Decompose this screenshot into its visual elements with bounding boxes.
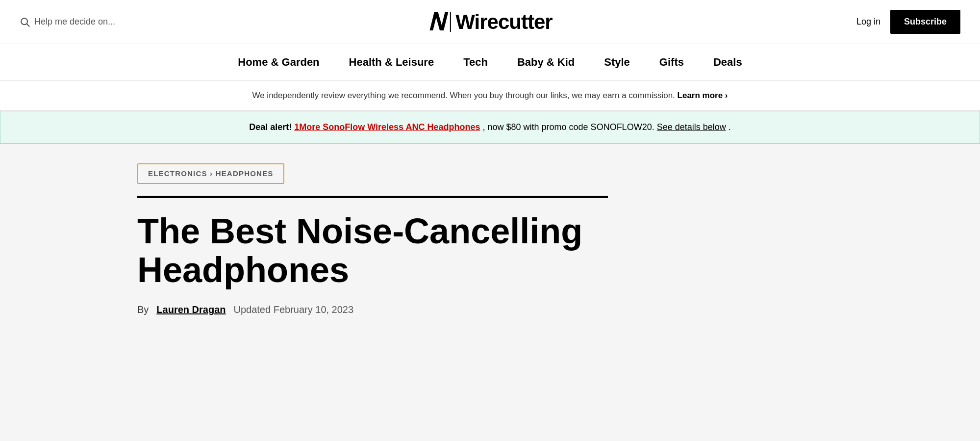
article-title: The Best Noise-Cancelling Headphones xyxy=(137,212,608,289)
search-placeholder-text: Help me decide on... xyxy=(34,17,115,27)
svg-point-0 xyxy=(21,18,27,25)
header-actions: Log in Subscribe xyxy=(856,10,960,34)
deal-alert-text: , now $80 with promo code SONOFLOW20. xyxy=(483,122,654,132)
search-bar[interactable]: Help me decide on... xyxy=(20,17,115,27)
site-header: Help me decide on... 𝖭 Wirecutter Log in… xyxy=(0,0,980,44)
author-link[interactable]: Lauren Dragan xyxy=(156,304,226,315)
site-logo[interactable]: 𝖭 Wirecutter xyxy=(427,8,552,36)
deal-alert-banner: Deal alert! 1More SonoFlow Wireless ANC … xyxy=(0,111,980,144)
nav-item-deals[interactable]: Deals xyxy=(713,56,742,69)
nav-item-health-leisure[interactable]: Health & Leisure xyxy=(349,56,434,69)
login-button[interactable]: Log in xyxy=(856,17,880,27)
wirecutter-brand-name: Wirecutter xyxy=(455,10,552,34)
deal-product-link[interactable]: 1More SonoFlow Wireless ANC Headphones xyxy=(294,122,480,132)
learn-more-link[interactable]: Learn more › xyxy=(678,91,728,100)
updated-date: Updated February 10, 2023 xyxy=(234,304,354,315)
nav-item-baby-kid[interactable]: Baby & Kid xyxy=(517,56,575,69)
affiliate-disclaimer: We independently review everything we re… xyxy=(0,81,980,111)
main-content: ELECTRONICS › HEADPHONES The Best Noise-… xyxy=(0,144,980,335)
article-title-divider xyxy=(137,196,608,198)
nyt-logo-icon: 𝖭 xyxy=(427,8,445,36)
search-icon xyxy=(20,17,30,27)
main-nav: Home & Garden Health & Leisure Tech Baby… xyxy=(0,44,980,81)
author-line: By Lauren Dragan Updated February 10, 20… xyxy=(137,304,843,315)
logo-divider xyxy=(450,12,451,32)
subscribe-button[interactable]: Subscribe xyxy=(890,10,960,34)
nav-item-home-garden[interactable]: Home & Garden xyxy=(238,56,319,69)
svg-line-1 xyxy=(27,24,29,26)
author-prefix: By xyxy=(137,304,149,315)
deal-alert-suffix: . xyxy=(729,122,731,132)
see-details-link[interactable]: See details below xyxy=(657,122,726,132)
breadcrumb-container[interactable]: ELECTRONICS › HEADPHONES xyxy=(137,163,284,184)
nav-item-tech[interactable]: Tech xyxy=(463,56,488,69)
nav-item-gifts[interactable]: Gifts xyxy=(659,56,684,69)
affiliate-text: We independently review everything we re… xyxy=(252,91,675,100)
breadcrumb: ELECTRONICS › HEADPHONES xyxy=(148,169,274,178)
nav-item-style[interactable]: Style xyxy=(604,56,630,69)
deal-alert-prefix: Deal alert! xyxy=(249,122,292,132)
